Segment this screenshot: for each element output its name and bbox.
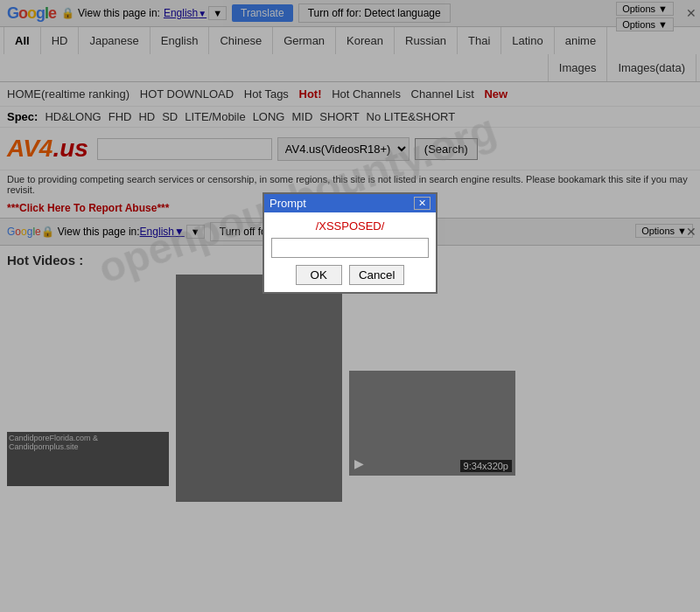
modal-input[interactable] bbox=[271, 238, 429, 258]
modal-title: Prompt bbox=[270, 197, 306, 210]
modal-close-button[interactable]: ✕ bbox=[414, 197, 430, 210]
modal-buttons: OK Cancel bbox=[271, 265, 429, 285]
modal-ok-button[interactable]: OK bbox=[296, 265, 342, 285]
modal-title-bar: Prompt ✕ bbox=[264, 194, 436, 212]
prompt-modal: Prompt ✕ /XSSPOSED/ OK Cancel bbox=[262, 192, 438, 294]
modal-prompt-text: /XSSPOSED/ bbox=[271, 219, 429, 233]
modal-cancel-button[interactable]: Cancel bbox=[349, 265, 405, 285]
modal-overlay: Prompt ✕ /XSSPOSED/ OK Cancel bbox=[0, 0, 700, 509]
modal-body: /XSSPOSED/ OK Cancel bbox=[264, 212, 436, 292]
